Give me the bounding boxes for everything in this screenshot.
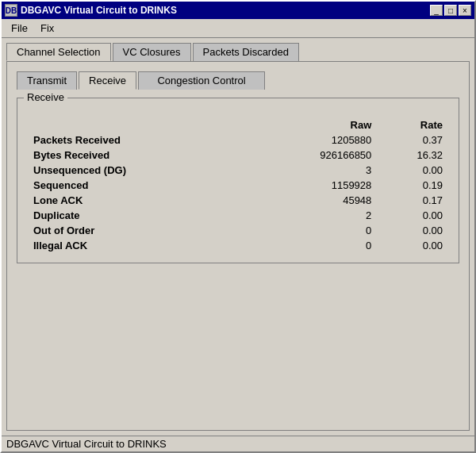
status-text: DBGAVC Virtual Circuit to DRINKS xyxy=(6,438,167,450)
cell-raw: 1205880 xyxy=(259,132,378,148)
cell-label: Sequenced xyxy=(27,178,259,193)
cell-raw: 0 xyxy=(259,238,378,253)
status-bar: DBGAVC Virtual Circuit to DRINKS xyxy=(2,436,474,451)
window-title: DBGAVC Virtual Circuit to DRINKS xyxy=(21,5,177,16)
tab-channel-selection[interactable]: Channel Selection xyxy=(6,43,111,61)
menu-bar: File Fix xyxy=(2,19,474,38)
title-bar-left: DB DBGAVC Virtual Circuit to DRINKS xyxy=(5,4,177,17)
cell-rate: 0.00 xyxy=(378,208,449,223)
table-row: Packets Received12058800.37 xyxy=(27,132,449,148)
maximize-button[interactable]: □ xyxy=(444,5,457,16)
menu-file[interactable]: File xyxy=(5,21,34,36)
cell-label: Out of Order xyxy=(27,223,259,238)
cell-rate: 0.00 xyxy=(378,223,449,238)
cell-raw: 1159928 xyxy=(259,178,378,193)
table-row: Sequenced11599280.19 xyxy=(27,178,449,193)
tab-receive[interactable]: Receive xyxy=(79,71,136,90)
table-row: Lone ACK459480.17 xyxy=(27,193,449,208)
cell-label: Bytes Received xyxy=(27,148,259,163)
tab-packets-discarded[interactable]: Packets Discarded xyxy=(193,43,299,61)
cell-rate: 0.00 xyxy=(378,163,449,178)
table-row: Bytes Received92616685016.32 xyxy=(27,148,449,163)
cell-label: Packets Received xyxy=(27,132,259,148)
tab-row-1: Channel Selection VC Closures Packets Di… xyxy=(6,43,470,61)
receive-group: Receive Raw Rate Packets Received1205880… xyxy=(17,98,459,263)
col-header-rate: Rate xyxy=(378,117,449,132)
cell-rate: 0.37 xyxy=(378,132,449,148)
window-icon: DB xyxy=(5,4,17,17)
col-header-raw: Raw xyxy=(259,117,378,132)
title-bar: DB DBGAVC Virtual Circuit to DRINKS _ □ … xyxy=(2,2,474,19)
cell-raw: 3 xyxy=(259,163,378,178)
cell-rate: 0.00 xyxy=(378,238,449,253)
table-row: Unsequenced (DG)30.00 xyxy=(27,163,449,178)
cell-raw: 45948 xyxy=(259,193,378,208)
close-button[interactable]: × xyxy=(459,5,471,16)
table-header-row: Raw Rate xyxy=(27,117,449,132)
cell-rate: 16.32 xyxy=(378,148,449,163)
receive-group-legend: Receive xyxy=(24,91,67,103)
tab-congestion-control[interactable]: Congestion Control xyxy=(138,71,265,90)
title-controls: _ □ × xyxy=(430,5,471,16)
main-content: Channel Selection VC Closures Packets Di… xyxy=(2,38,474,436)
table-row: Duplicate20.00 xyxy=(27,208,449,223)
cell-raw: 0 xyxy=(259,223,378,238)
cell-label: Lone ACK xyxy=(27,193,259,208)
tab-vc-closures[interactable]: VC Closures xyxy=(113,43,191,61)
tab-container: Transmit Receive Congestion Control Rece… xyxy=(6,61,470,431)
cell-label: Unsequenced (DG) xyxy=(27,163,259,178)
cell-raw: 926166850 xyxy=(259,148,378,163)
table-row: Illegal ACK00.00 xyxy=(27,238,449,253)
minimize-button[interactable]: _ xyxy=(430,5,443,16)
main-window: DB DBGAVC Virtual Circuit to DRINKS _ □ … xyxy=(0,0,476,453)
table-row: Out of Order00.00 xyxy=(27,223,449,238)
cell-label: Duplicate xyxy=(27,208,259,223)
col-header-label xyxy=(27,117,259,132)
receive-table: Raw Rate Packets Received12058800.37Byte… xyxy=(27,117,449,253)
cell-raw: 2 xyxy=(259,208,378,223)
menu-fix[interactable]: Fix xyxy=(34,21,60,36)
cell-label: Illegal ACK xyxy=(27,238,259,253)
tab-transmit[interactable]: Transmit xyxy=(17,71,77,90)
cell-rate: 0.17 xyxy=(378,193,449,208)
cell-rate: 0.19 xyxy=(378,178,449,193)
tab-row-2: Transmit Receive Congestion Control xyxy=(17,71,459,90)
